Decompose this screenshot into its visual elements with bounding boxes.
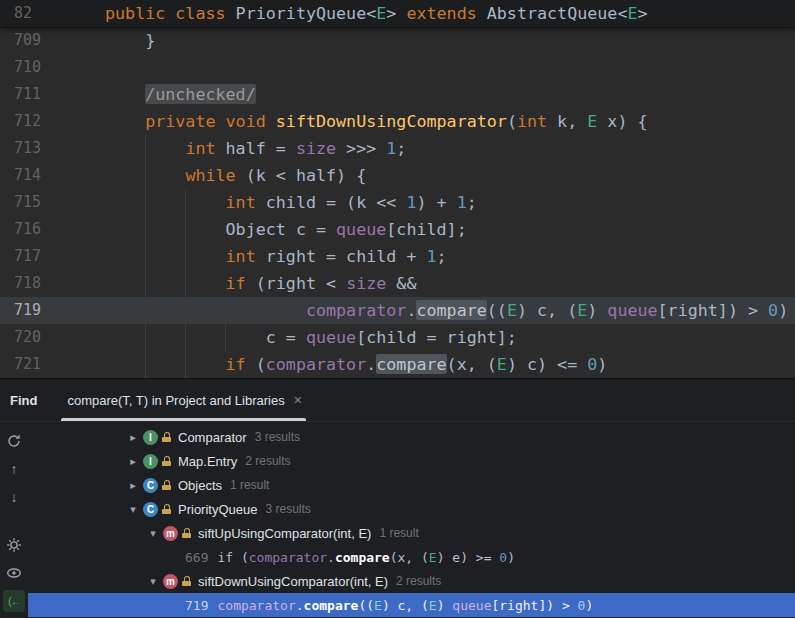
code-segment: ) + bbox=[416, 192, 456, 212]
code-segment: comparator bbox=[266, 354, 366, 374]
tree-group-row[interactable]: ▸IMap.Entry2 results bbox=[28, 449, 795, 473]
line-number[interactable]: 717 bbox=[0, 243, 105, 270]
code-segment: size bbox=[296, 138, 336, 158]
editor-line[interactable]: 716 Object c = queue[child]; bbox=[0, 216, 795, 243]
usage-row[interactable]: 719comparator.compare((E) c, (E) queue[r… bbox=[28, 593, 795, 617]
node-name: PriorityQueue bbox=[178, 502, 257, 517]
usage-text: comparator.compare((E) c, (E) queue[righ… bbox=[217, 598, 593, 613]
code-segment bbox=[105, 165, 185, 185]
chevron-right-icon[interactable]: ▸ bbox=[125, 431, 141, 444]
code-segment: extends bbox=[406, 3, 476, 23]
code-segment: if bbox=[226, 273, 246, 293]
node-name: Comparator bbox=[178, 430, 247, 445]
sticky-header-line[interactable]: 82 public class PriorityQueue<E> extends… bbox=[0, 0, 795, 27]
code-segment: E bbox=[497, 354, 507, 374]
method-icon: m bbox=[163, 526, 178, 541]
code-segment: (( bbox=[358, 598, 374, 613]
chevron-down-icon[interactable]: ▾ bbox=[145, 575, 161, 588]
line-number[interactable]: 716 bbox=[0, 216, 105, 243]
code-segment bbox=[266, 111, 276, 131]
tree-group-row[interactable]: ▸CObjects1 result bbox=[28, 473, 795, 497]
line-number[interactable]: 709 bbox=[0, 27, 105, 54]
line-number[interactable]: 714 bbox=[0, 162, 105, 189]
lock-icon bbox=[182, 528, 191, 538]
code-segment: ) bbox=[437, 598, 453, 613]
code-segment: size bbox=[346, 273, 386, 293]
code-segment: 1 bbox=[427, 246, 437, 266]
editor-line[interactable]: 710 bbox=[0, 54, 795, 81]
code-segment: class bbox=[175, 3, 225, 23]
method-icon: m bbox=[163, 574, 178, 589]
usage-row[interactable]: 669if (comparator.compare(x, (E) e) >= 0… bbox=[28, 545, 795, 569]
editor-line[interactable]: 719 comparator.compare((E) c, (E) queue[… bbox=[0, 297, 795, 324]
code-segment: int bbox=[185, 138, 215, 158]
line-number[interactable]: 719 bbox=[0, 297, 105, 324]
chevron-down-icon[interactable]: ▾ bbox=[145, 527, 161, 540]
code-text: Object c = queue[child]; bbox=[105, 216, 795, 243]
settings-icon[interactable] bbox=[3, 534, 25, 556]
find-panel-header: Find compare(T, T) in Project and Librar… bbox=[0, 379, 795, 422]
tree-group-row[interactable]: ▾msiftDownUsingComparator(int, E)2 resul… bbox=[28, 569, 795, 593]
chevron-right-icon[interactable]: ▸ bbox=[125, 479, 141, 492]
editor-line[interactable]: 709 } bbox=[0, 27, 795, 54]
code-editor[interactable]: 82 public class PriorityQueue<E> extends… bbox=[0, 0, 795, 378]
find-results-tab[interactable]: compare(T, T) in Project and Libraries × bbox=[53, 379, 313, 421]
code-segment: private bbox=[145, 111, 215, 131]
tab-label: compare(T, T) in Project and Libraries bbox=[67, 393, 284, 408]
editor-line[interactable]: 717 int right = child + 1; bbox=[0, 243, 795, 270]
line-number[interactable]: 712 bbox=[0, 108, 105, 135]
editor-line[interactable]: 721 if (comparator.compare(x, (E) c) <= … bbox=[0, 351, 795, 378]
tree-group-row[interactable]: ▾msiftUpUsingComparator(int, E)1 result bbox=[28, 521, 795, 545]
line-number[interactable]: 711 bbox=[0, 81, 105, 108]
editor-line[interactable]: 720 c = queue[child = right]; bbox=[0, 324, 795, 351]
code-segment: 1 bbox=[457, 192, 467, 212]
sticky-code: public class PriorityQueue<E> extends Ab… bbox=[105, 0, 795, 27]
editor-line[interactable]: 714 while (k < half) { bbox=[0, 162, 795, 189]
code-segment: E bbox=[429, 598, 437, 613]
line-number[interactable]: 721 bbox=[0, 351, 105, 378]
code-segment: comparator bbox=[217, 598, 295, 613]
code-segment: compare bbox=[376, 354, 446, 374]
close-icon[interactable]: × bbox=[294, 393, 302, 407]
result-count: 2 results bbox=[396, 574, 441, 588]
editor-line[interactable]: 711 /unchecked/ bbox=[0, 81, 795, 108]
code-segment: (right < bbox=[246, 273, 346, 293]
tree-group-row[interactable]: ▸IComparator3 results bbox=[28, 425, 795, 449]
refresh-icon[interactable] bbox=[3, 430, 25, 452]
editor-line[interactable]: 718 if (right < size && bbox=[0, 270, 795, 297]
code-segment: queue bbox=[306, 327, 356, 347]
line-number[interactable]: 720 bbox=[0, 324, 105, 351]
chevron-right-icon[interactable]: ▸ bbox=[125, 455, 141, 468]
editor-line[interactable]: 712 private void siftDownUsingComparator… bbox=[0, 108, 795, 135]
tree-group-row[interactable]: ▾CPriorityQueue3 results bbox=[28, 497, 795, 521]
line-number[interactable]: 715 bbox=[0, 189, 105, 216]
code-segment: AbstractQueue< bbox=[477, 3, 628, 23]
code-segment: ) bbox=[507, 550, 515, 565]
editor-line[interactable]: 715 int child = (k << 1) + 1; bbox=[0, 189, 795, 216]
line-number[interactable]: 718 bbox=[0, 270, 105, 297]
code-text: int right = child + 1; bbox=[105, 243, 795, 270]
preview-icon[interactable] bbox=[3, 562, 25, 584]
next-occurrence-icon[interactable]: ↓ bbox=[3, 486, 25, 508]
lock-icon bbox=[162, 432, 171, 442]
code-segment: E bbox=[577, 300, 587, 320]
editor-line[interactable]: 713 int half = size >>> 1; bbox=[0, 135, 795, 162]
line-number[interactable]: 710 bbox=[0, 54, 105, 81]
code-segment: ) e) >= bbox=[437, 550, 500, 565]
code-segment bbox=[105, 84, 145, 104]
results-tree: ▸IComparator3 results▸IMap.Entry2 result… bbox=[28, 422, 795, 618]
sticky-line-number: 82 bbox=[0, 0, 105, 27]
previous-occurrence-icon[interactable]: ↑ bbox=[3, 458, 25, 480]
code-segment: ( bbox=[246, 354, 266, 374]
editor-lines: 709 }710711 /unchecked/712 private void … bbox=[0, 27, 795, 378]
code-segment: queue bbox=[607, 300, 657, 320]
code-segment bbox=[105, 273, 226, 293]
code-segment: (( bbox=[487, 300, 507, 320]
tool-window-title: Find bbox=[0, 379, 53, 421]
code-segment: void bbox=[226, 111, 266, 131]
arrow-left-paren-icon[interactable]: (← bbox=[3, 590, 25, 612]
code-segment bbox=[165, 3, 175, 23]
code-segment: child = (k << bbox=[256, 192, 407, 212]
chevron-down-icon[interactable]: ▾ bbox=[125, 503, 141, 516]
line-number[interactable]: 713 bbox=[0, 135, 105, 162]
